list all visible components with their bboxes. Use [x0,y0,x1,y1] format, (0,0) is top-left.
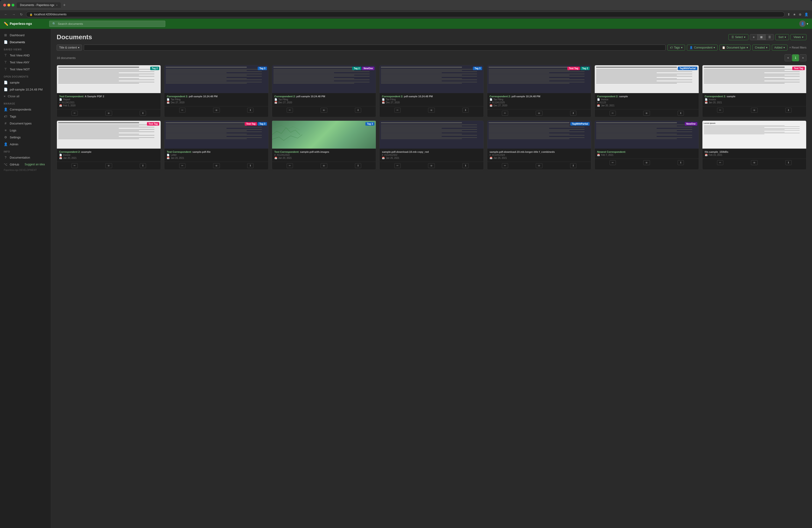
doc-download-button[interactable]: ⬇ [355,163,361,168]
doc-edit-button[interactable]: ✏ [287,163,293,168]
tags-filter[interactable]: 🏷 Tags ▾ [667,45,685,51]
doc-download-button[interactable]: ⬇ [140,111,146,116]
doc-tag[interactable]: TagWithPartial [678,67,697,70]
current-page-button[interactable]: 1 [792,54,799,61]
sidebar-item-logs[interactable]: ≡ Logs [0,127,51,134]
search-input[interactable] [58,22,162,26]
doc-download-button[interactable]: ⬇ [462,163,469,168]
doc-edit-button[interactable]: ✏ [179,108,186,113]
sidebar-item-sample[interactable]: 📄 sample [0,79,51,86]
doc-tag[interactable]: TagWithPartial [570,122,590,126]
doc-card[interactable]: Tag 3 Correspondent 2: pdf-sample 10.24.… [379,65,483,117]
sidebar-item-correspondents[interactable]: 👤 Correspondents [0,106,51,113]
doc-preview-button[interactable]: 👁 [751,160,758,165]
maximize-window-button[interactable] [12,4,14,6]
sidebar-item-github[interactable]: ⌥ GitHub Suggest an idea [0,161,51,168]
extensions-icon[interactable]: ⊕ [798,12,802,17]
new-tab-button[interactable]: + [62,3,67,8]
added-filter[interactable]: Added ▾ [772,45,788,51]
doc-edit-button[interactable]: ✏ [502,163,508,168]
back-button[interactable]: ← [3,12,9,17]
doc-preview-button[interactable]: 👁 [213,163,220,168]
doc-preview-button[interactable]: 👁 [321,108,327,113]
sidebar-item-tags[interactable]: 🏷 Tags [0,113,51,120]
doc-tag[interactable]: Tag 3 [365,122,374,126]
doc-card[interactable]: Tag 2 Test Correspondent: A Sample PDF 2… [57,65,161,117]
doc-card[interactable]: Tag 3 Correspondent 2: pdf-sample 10.24.… [164,65,269,117]
doc-tag[interactable]: Test Tag [567,67,580,70]
doc-card[interactable]: Test Tag Correspondent 2: sample 📄 Invoi… [702,65,807,117]
sidebar-item-settings[interactable]: ⚙ Settings [0,134,51,141]
doc-card[interactable]: Test Tag Correspondent 2: asample 📄 Invo… [57,120,161,170]
list-view-button[interactable]: ≡ [750,34,757,40]
doc-preview-button[interactable]: 👁 [428,108,435,113]
doc-preview-button[interactable]: 👁 [643,160,650,165]
doc-card[interactable]: TagWithPartial Correspondent 2: sample 📄… [594,65,699,117]
doc-download-button[interactable]: ⬇ [355,108,361,113]
doc-download-button[interactable]: ⬇ [570,163,576,168]
active-tab[interactable]: Documents - Paperless-ngx × [17,2,61,8]
doc-card[interactable]: Test TagTag 3 Test Correspondent: sample… [164,120,269,170]
doc-preview-button[interactable]: 👁 [321,163,327,168]
minimize-window-button[interactable] [8,4,10,6]
doc-download-button[interactable]: ⬇ [785,160,792,165]
doc-edit-button[interactable]: ✏ [179,163,186,168]
sidebar-item-document-types[interactable]: # Document types [0,120,51,127]
doc-card[interactable]: Tag 3 Test Correspondent: sample-pdf-wit… [272,120,376,170]
sidebar-item-dashboard[interactable]: ⊞ Dashboard [0,32,51,39]
doc-download-button[interactable]: ⬇ [678,111,684,116]
sort-button[interactable]: Sort ▾ [775,34,789,40]
close-window-button[interactable] [3,4,6,6]
suggest-link[interactable]: Suggest an idea [25,163,45,166]
doc-card[interactable]: Lorem ipsum file-sample_150kBs 📅 Feb 15,… [702,120,807,170]
user-menu[interactable]: 👤 ▾ [799,20,808,27]
forward-button[interactable]: → [11,12,17,17]
doc-tag[interactable]: Test Tag [245,122,257,126]
sidebar-item-test-view-and[interactable]: ⊤ Test View AND [0,52,51,59]
sidebar-item-test-view-not[interactable]: ⊤ Test View NOT [0,66,51,73]
doc-edit-button[interactable]: ✏ [502,111,508,116]
doc-download-button[interactable]: ⬇ [247,108,253,113]
doc-download-button[interactable]: ⬇ [247,163,253,168]
doc-tag[interactable]: Tag 2 [352,67,361,70]
reload-button[interactable]: ↻ [18,12,24,17]
profile-icon[interactable]: 👤 [803,12,809,17]
prev-page-button[interactable]: « [785,54,792,61]
bookmark-icon[interactable]: ★ [792,12,797,17]
sidebar-item-pdf-sample[interactable]: 📄 pdf-sample 10.24.48 PM [0,86,51,93]
doc-preview-button[interactable]: 👁 [536,163,542,168]
filter-text-input[interactable] [84,45,666,51]
doc-preview-button[interactable]: 👁 [105,111,112,116]
doc-card[interactable]: Tag 2NewOne Correspondent 2: pdf-sample … [272,65,376,117]
doc-edit-button[interactable]: ✏ [717,160,723,165]
detail-view-button[interactable]: ☰ [766,34,774,40]
next-page-button[interactable]: » [799,54,807,61]
doc-preview-button[interactable]: 👁 [751,108,758,113]
doc-download-button[interactable]: ⬇ [785,108,792,113]
grid-view-button[interactable]: ⊞ [757,34,766,40]
doc-preview-button[interactable]: 👁 [105,163,112,168]
close-all-button[interactable]: × Close all [0,93,51,100]
doc-tag[interactable]: Tag 2 [150,67,159,70]
created-filter[interactable]: Created ▾ [752,45,770,51]
doc-card[interactable]: TagWithPartial sample-pdf-download-10-mb… [487,120,591,170]
correspondent-filter[interactable]: 👤 Correspondent ▾ [687,45,717,51]
doc-tag[interactable]: Tag 3 [258,67,267,70]
sidebar-item-test-view-any[interactable]: ⊤ Test View ANY [0,59,51,66]
doc-edit-button[interactable]: ✏ [72,111,78,116]
doc-type-filter[interactable]: 📋 Document type ▾ [720,45,751,51]
doc-tag[interactable]: Test Tag [147,122,159,126]
doc-edit-button[interactable]: ✏ [394,108,401,113]
doc-download-button[interactable]: ⬇ [462,108,469,113]
doc-card[interactable]: Test TagTag 2 Correspondent 2: pdf-sampl… [487,65,591,117]
doc-tag[interactable]: Tag 3 [258,122,267,126]
url-bar[interactable]: 🔒 localhost:4200/documents [26,12,785,17]
doc-download-button[interactable]: ⬇ [570,111,576,116]
doc-edit-button[interactable]: ✏ [610,111,616,116]
doc-preview-button[interactable]: 👁 [536,111,542,116]
doc-card[interactable]: sample-pdf-download-10-mb copy_red # #11… [379,120,483,170]
title-content-filter[interactable]: Title & content ▾ [57,45,82,51]
doc-tag[interactable]: Tag 2 [581,67,590,70]
share-icon[interactable]: ⬆ [786,12,791,17]
doc-preview-button[interactable]: 👁 [213,108,220,113]
